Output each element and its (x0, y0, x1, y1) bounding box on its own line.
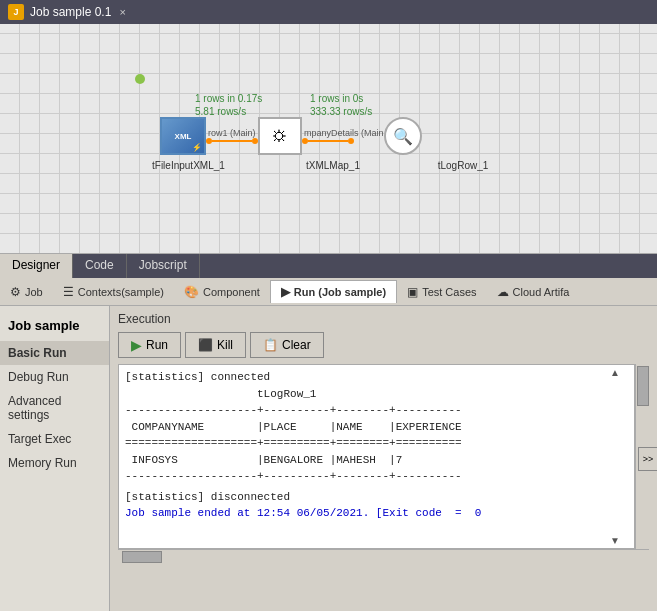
console-wrapper: ▲ [statistics] connected tLogRow_1 -----… (118, 364, 649, 549)
flow-stat-left: 1 rows in 0.17s 5.81 rows/s (195, 92, 262, 118)
flow-diagram: XML ⚡ row1 (Main) ⛭ mpanyDetails (Main (160, 117, 422, 155)
console-scroll-top[interactable]: ▲ (610, 367, 620, 378)
tab-contexts[interactable]: ☰ Contexts(sample) (53, 281, 174, 303)
node-tfileinputxml[interactable]: XML ⚡ (160, 117, 206, 155)
tab-jobscript[interactable]: Jobscript (127, 254, 200, 278)
close-button[interactable]: × (119, 6, 125, 18)
app-icon: J (8, 4, 24, 20)
run-icon: ▶ (281, 285, 290, 299)
console-line-disconnected: [statistics] disconnected (125, 489, 628, 506)
contexts-icon: ☰ (63, 285, 74, 299)
clear-button[interactable]: 📋 Clear (250, 332, 324, 358)
tab-bar-top: Designer Code Jobscript (0, 254, 657, 278)
tab-component[interactable]: 🎨 Component (174, 281, 270, 303)
execution-label: Execution (118, 312, 649, 326)
sidebar: Job sample Basic Run Debug Run Advanced … (0, 306, 110, 611)
kill-button[interactable]: ⬛ Kill (185, 332, 246, 358)
node3-label: tLogRow_1 (430, 160, 496, 171)
expand-panel-button[interactable]: >> (638, 447, 657, 471)
tab-cloud[interactable]: ☁ Cloud Artifa (487, 281, 580, 303)
console-line-end: Job sample ended at 12:54 06/05/2021. [E… (125, 505, 628, 522)
page-title: Job sample (0, 314, 109, 341)
run-triangle-icon: ▶ (131, 337, 142, 353)
node-tlogrow[interactable]: 🔍 (384, 117, 422, 155)
tab-bar-second: ⚙ Job ☰ Contexts(sample) 🎨 Component ▶ R… (0, 278, 657, 306)
minimize-dot (135, 74, 145, 84)
node2-label: tXMLMap_1 (300, 160, 366, 171)
node-txmlmap[interactable]: ⛭ (258, 117, 302, 155)
sidebar-item-target-exec[interactable]: Target Exec (0, 427, 109, 451)
connector2: mpanyDetails (Main (302, 128, 384, 144)
tab-job[interactable]: ⚙ Job (0, 281, 53, 303)
tab-testcases[interactable]: ▣ Test Cases (397, 281, 486, 303)
flow-stat-right: 1 rows in 0s 333.33 rows/s (310, 92, 372, 118)
main-content: Job sample Basic Run Debug Run Advanced … (0, 306, 657, 611)
cloud-icon: ☁ (497, 285, 509, 299)
console-table-row1: INFOSYS |BENGALORE |MAHESH |7 (125, 452, 628, 469)
console-output[interactable]: ▲ [statistics] connected tLogRow_1 -----… (118, 364, 635, 549)
tab-run[interactable]: ▶ Run (Job sample) (270, 280, 397, 303)
console-inner: [statistics] connected tLogRow_1 -------… (119, 365, 634, 526)
console-table-sep1: --------------------+----------+--------… (125, 402, 628, 419)
window-title: Job sample 0.1 (30, 5, 111, 19)
console-table-sep3: --------------------+----------+--------… (125, 468, 628, 485)
sidebar-item-advanced-settings[interactable]: Advanced settings (0, 389, 109, 427)
console-table-sep2: ====================+==========+========… (125, 435, 628, 452)
execution-panel: Execution ▶ Run ⬛ Kill 📋 Clear ▲ [stati (110, 306, 657, 611)
console-col-header: COMPANYNAME |PLACE |NAME |EXPERIENCE (125, 419, 628, 436)
node1-label: tFileInputXML_1 (152, 160, 218, 171)
clear-icon: 📋 (263, 338, 278, 352)
horizontal-scrollbar[interactable] (118, 549, 649, 563)
console-line-connected: [statistics] connected (125, 369, 628, 386)
console-table-header: tLogRow_1 (125, 386, 628, 403)
console-scroll-bottom[interactable]: ▼ (610, 535, 620, 546)
component-icon: 🎨 (184, 285, 199, 299)
scroll-thumb-h[interactable] (122, 551, 162, 563)
sidebar-item-debug-run[interactable]: Debug Run (0, 365, 109, 389)
testcases-icon: ▣ (407, 285, 418, 299)
kill-icon: ⬛ (198, 338, 213, 352)
tab-designer[interactable]: Designer (0, 254, 73, 278)
sidebar-item-basic-run[interactable]: Basic Run (0, 341, 109, 365)
sidebar-item-memory-run[interactable]: Memory Run (0, 451, 109, 475)
scroll-thumb-v[interactable] (637, 366, 649, 406)
tab-code[interactable]: Code (73, 254, 127, 278)
connector1: row1 (Main) (206, 128, 258, 144)
job-icon: ⚙ (10, 285, 21, 299)
run-button[interactable]: ▶ Run (118, 332, 181, 358)
exec-buttons: ▶ Run ⬛ Kill 📋 Clear (118, 332, 649, 358)
canvas-area: 1 rows in 0.17s 5.81 rows/s 1 rows in 0s… (0, 24, 657, 254)
title-bar: J Job sample 0.1 × (0, 0, 657, 24)
